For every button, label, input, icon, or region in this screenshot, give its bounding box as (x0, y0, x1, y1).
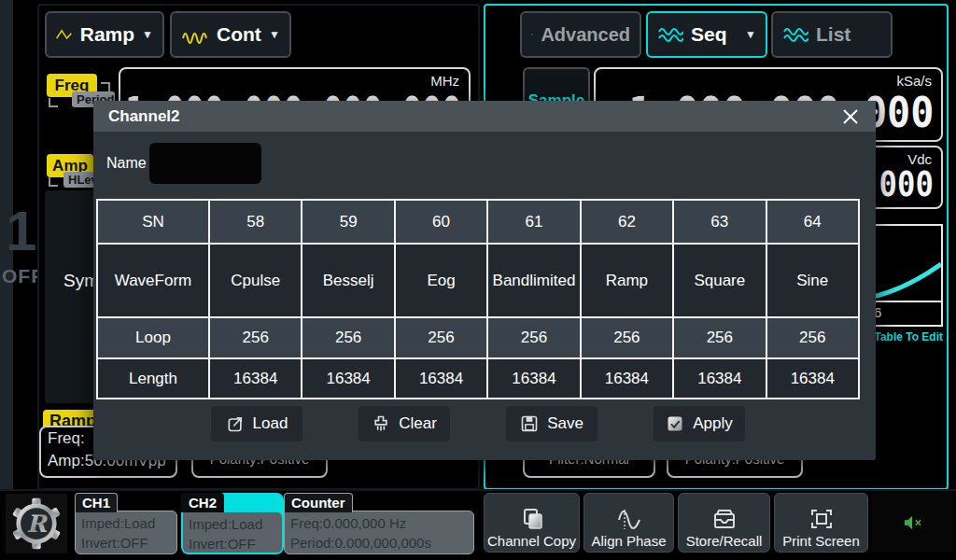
row-header-length: Length (97, 358, 209, 399)
row-header-loop: Loop (97, 317, 209, 358)
ch2-invert: Invert:OFF (189, 534, 276, 553)
table-cell[interactable]: Besselj (302, 244, 394, 317)
seq-wave-icon (657, 24, 683, 45)
save-button-label: Save (547, 414, 583, 433)
advanced-button[interactable]: Advanced (520, 11, 641, 58)
table-cell[interactable]: 256 (395, 317, 487, 358)
channel-copy-label: Channel Copy (487, 533, 576, 549)
table-cell[interactable]: Cpulse (209, 244, 302, 317)
seq-dropdown[interactable]: Seq ▼ (646, 11, 767, 58)
screenshot-frame-icon (808, 507, 835, 531)
row-header-waveform: WaveForm (97, 244, 209, 317)
speaker-muted-icon (903, 514, 923, 531)
table-cell[interactable]: 16384 (395, 358, 487, 399)
bracket-decoration (49, 98, 58, 107)
chevron-down-icon: ▼ (745, 28, 756, 41)
counter-tab-label: Counter (284, 493, 353, 512)
save-button[interactable]: Save (506, 406, 598, 441)
bracket-decoration (49, 177, 58, 187)
seq-dropdown-label: Seq (691, 23, 727, 46)
store-recall-button[interactable]: Store/Recall (678, 493, 770, 553)
table-cell[interactable]: 60 (395, 200, 487, 244)
waveform-dropdown[interactable]: Ramp ▼ (45, 11, 164, 58)
ch1-status-body: Imped:Load Invert:OFF (75, 511, 177, 554)
list-wave-icon (782, 24, 808, 45)
mode-dropdown-label: Cont (217, 23, 261, 46)
clear-brush-icon (372, 414, 390, 433)
table-cell[interactable]: 16384 (209, 358, 302, 399)
ch2-status-tab[interactable]: CH2 Imped:Load Invert:OFF (181, 493, 284, 554)
list-button[interactable]: List (771, 11, 893, 58)
sliders-icon (531, 25, 533, 44)
table-cell[interactable]: 59 (302, 200, 394, 244)
waveform-dropdown-label: Ramp (80, 23, 134, 46)
advanced-button-label: Advanced (541, 24, 630, 46)
brand-gear-logo[interactable]: R (6, 494, 67, 553)
table-cell[interactable]: 16384 (673, 358, 766, 399)
table-row-length: Length 16384 16384 16384 16384 16384 163… (97, 358, 859, 399)
store-recall-label: Store/Recall (686, 533, 763, 549)
dialog-header: Channel2 (93, 101, 876, 132)
gear-icon: R (8, 496, 64, 552)
load-button[interactable]: Load (211, 406, 302, 441)
phase-wave-icon (615, 507, 643, 531)
row-header-sn: SN (97, 200, 209, 244)
align-phase-label: Align Phase (591, 533, 666, 549)
table-cell[interactable]: 256 (487, 317, 580, 358)
align-phase-button[interactable]: Align Phase (583, 493, 674, 553)
frequency-unit: MHz (430, 73, 459, 89)
cont-wave-icon (181, 24, 209, 45)
clear-button-label: Clear (399, 414, 437, 433)
ch2-tab-label: CH2 (181, 493, 224, 512)
table-row-waveform: WaveForm Cpulse Besselj Eog Bandlimited … (97, 244, 859, 317)
table-cell[interactable]: Square (673, 244, 766, 317)
ch2-status-body: Imped:Load Invert:OFF (183, 512, 282, 553)
table-cell[interactable]: 256 (581, 317, 673, 358)
table-cell[interactable]: 16384 (302, 358, 394, 399)
ch1-status-tab[interactable]: CH1 Imped:Load Invert:OFF (75, 493, 177, 554)
sample-rate-unit: kSa/s (896, 73, 932, 89)
table-cell[interactable]: Eog (395, 244, 487, 317)
table-cell[interactable]: 256 (302, 317, 394, 358)
ch2-imped: Imped:Load (189, 514, 276, 534)
table-cell[interactable]: 16384 (487, 358, 580, 399)
table-cell[interactable]: 63 (673, 200, 766, 244)
copy-icon (520, 507, 544, 531)
apply-button-label: Apply (693, 414, 733, 433)
table-cell[interactable]: Bandlimited (487, 244, 580, 317)
table-cell[interactable]: Sine (766, 244, 859, 317)
ch1-imped: Imped:Load (81, 513, 171, 533)
counter-status-body: Freq:0.000,000 Hz Period:0.000,000,000s (284, 511, 474, 554)
bracket-decoration (101, 82, 110, 91)
name-label: Name (106, 155, 147, 172)
table-row-sn: SN 58 59 60 61 62 63 64 (97, 200, 859, 244)
table-cell[interactable]: 64 (766, 200, 859, 244)
counter-period: Period:0.000,000,000s (290, 533, 468, 553)
clear-button[interactable]: Clear (358, 406, 450, 441)
channel-copy-button[interactable]: Channel Copy (484, 493, 580, 553)
table-cell[interactable]: 58 (209, 200, 302, 244)
name-input[interactable] (149, 143, 261, 184)
dialog-title: Channel2 (108, 107, 180, 126)
table-cell[interactable]: 256 (673, 317, 766, 358)
table-cell[interactable]: 16384 (766, 358, 859, 399)
channel1-number: 1 (6, 203, 36, 259)
print-screen-button[interactable]: Print Screen (774, 493, 868, 553)
counter-status-tab[interactable]: Counter Freq:0.000,000 Hz Period:0.000,0… (284, 493, 474, 554)
list-button-label: List (816, 23, 851, 46)
close-icon[interactable] (840, 106, 861, 127)
sequence-table: SN 58 59 60 61 62 63 64 WaveForm Cpulse … (96, 199, 860, 399)
ramp-wave-icon (56, 24, 73, 45)
apply-check-icon (666, 414, 684, 433)
table-cell[interactable]: 256 (209, 317, 302, 358)
table-cell[interactable]: 16384 (581, 358, 673, 399)
save-floppy-icon (520, 414, 539, 433)
table-cell[interactable]: Ramp (581, 244, 673, 317)
mode-dropdown[interactable]: Cont ▼ (170, 11, 291, 58)
chevron-down-icon: ▼ (142, 28, 153, 41)
table-cell[interactable]: 62 (581, 200, 673, 244)
table-cell[interactable]: 61 (487, 200, 580, 244)
apply-button[interactable]: Apply (654, 406, 745, 441)
table-cell[interactable]: 256 (766, 317, 859, 358)
mute-indicator[interactable] (872, 493, 954, 553)
